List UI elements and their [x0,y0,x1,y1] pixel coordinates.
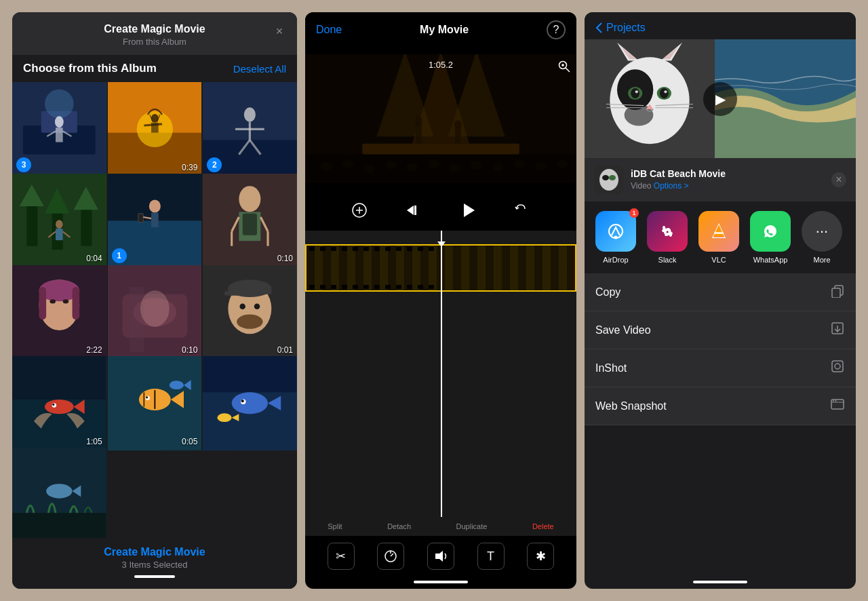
svg-rect-39 [138,213,142,222]
editor-topbar: Done My Movie ? [305,12,576,47]
grid-cell-2[interactable]: 0:39 [108,82,202,176]
zoom-button[interactable] [557,60,571,76]
effects-button[interactable]: ✱ [527,543,554,570]
svg-rect-174 [832,361,843,372]
grid-cell-7[interactable]: 2:22 [12,265,106,360]
svg-rect-102 [362,144,519,155]
svg-point-106 [454,120,462,129]
share-topbar: Projects [585,12,856,39]
svg-rect-38 [151,212,159,227]
play-button[interactable] [454,197,481,224]
create-magic-movie-button[interactable]: Create Magic Movie [23,546,286,558]
share-whatsapp[interactable]: WhatsApp [750,211,791,264]
grid-cell-5[interactable]: 1 [108,174,202,268]
svg-point-179 [835,400,837,402]
play-overlay-button[interactable]: ▶ [703,82,737,116]
help-button[interactable]: ? [547,20,566,39]
audio-button[interactable] [427,543,454,570]
back-to-projects-button[interactable]: Projects [595,22,646,34]
video-info-bar: iDB Cat Beach Movie Video Options > × [585,158,856,201]
grid-cell-1[interactable]: 3 [12,82,106,176]
svg-point-37 [149,199,160,212]
svg-point-146 [635,90,638,93]
speed-button[interactable] [377,543,404,570]
share-more[interactable]: ··· More [802,211,842,264]
svg-point-118 [535,162,547,171]
rewind-button[interactable] [400,197,427,224]
deselect-all-button[interactable]: Deselect All [233,63,286,75]
svg-point-42 [239,186,261,212]
svg-point-67 [240,303,246,309]
grid-cell-10[interactable]: 1:05 [12,356,106,450]
undo-button[interactable] [509,197,536,224]
svg-point-18 [244,107,256,121]
grid-cell-4[interactable]: 0:04 [12,174,106,268]
svg-point-83 [169,381,183,390]
close-button[interactable]: × [271,23,288,39]
share-vlc[interactable]: VLC [698,211,739,264]
delete-button[interactable]: Delete [532,522,554,530]
svg-rect-44 [243,213,257,235]
svg-rect-5 [56,128,63,142]
video-thumbnail [594,165,624,195]
inshot-label: InShot [595,362,822,374]
grid-cell-6[interactable]: 0:10 [203,174,297,268]
svg-point-96 [46,484,72,499]
svg-point-71 [45,400,74,414]
duration-9: 0:01 [277,345,293,355]
svg-point-145 [660,88,669,98]
copy-action[interactable]: Copy [585,273,856,311]
svg-rect-31 [56,229,63,240]
duration-10: 1:05 [86,437,102,446]
svg-point-108 [321,162,332,171]
svg-point-175 [835,364,840,369]
grid-cell-12[interactable] [203,356,297,450]
svg-point-115 [471,161,482,170]
duration-6: 0:10 [277,254,293,263]
grid-cell-9[interactable]: 0:01 [203,265,297,360]
web-snapshot-action[interactable]: Web Snapshot [585,387,856,425]
selection-badge-3: 2 [207,157,222,172]
s1-header-title: Create Magic Movie [23,23,286,35]
share-apps-row: 1 AirDrop Slack [585,201,856,273]
svg-line-121 [566,68,570,72]
svg-rect-103 [416,122,421,144]
svg-point-109 [342,159,354,168]
share-slack[interactable]: Slack [647,211,688,264]
svg-point-144 [631,88,639,98]
duration-8: 0:10 [182,345,197,355]
vlc-label: VLC [711,256,726,264]
cat-preview [585,39,715,158]
svg-point-116 [492,163,504,172]
svg-rect-107 [305,155,576,183]
svg-rect-168 [715,232,724,234]
detach-button[interactable]: Detach [387,522,411,530]
scissors-button[interactable]: ✂ [328,543,355,570]
copy-label: Copy [595,286,822,298]
duplicate-button[interactable]: Duplicate [456,522,488,530]
items-selected-label: 3 Items Selected [23,560,286,570]
split-button[interactable]: Split [328,522,342,530]
share-airdrop[interactable]: 1 AirDrop [595,211,636,264]
svg-rect-59 [130,287,144,352]
video-preview: ▶ [585,39,856,158]
close-share-button[interactable]: × [831,172,846,187]
done-button[interactable]: Done [316,24,342,36]
add-media-button[interactable] [346,197,373,224]
svg-rect-28 [81,206,92,246]
more-icon: ··· [802,211,842,252]
grid-cell-3[interactable]: 2 [203,82,297,176]
grid-cell-13[interactable] [12,448,106,538]
grid-cell-11[interactable]: 0:05 [108,356,202,450]
timeline-area[interactable] [305,231,576,517]
save-video-action[interactable]: Save Video [585,311,856,349]
svg-line-13 [144,124,162,125]
svg-point-158 [609,175,616,180]
options-link[interactable]: Options > [654,181,689,191]
inshot-action[interactable]: InShot [585,349,856,387]
grid-cell-8[interactable]: 0:10 [108,265,202,360]
screen-imovie-editor: Done My Movie ? [305,12,576,589]
svg-rect-52 [39,287,46,319]
text-button[interactable]: T [477,543,505,570]
svg-point-74 [52,404,54,406]
